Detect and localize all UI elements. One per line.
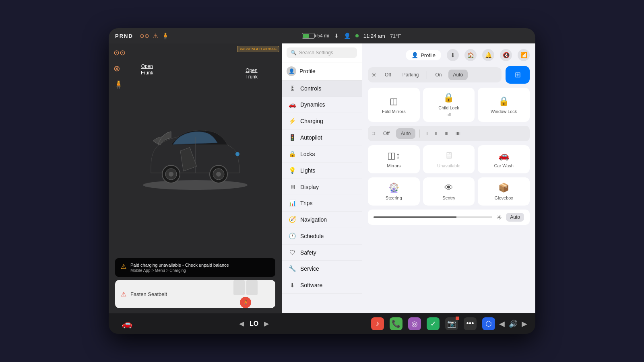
menu-item-lights[interactable]: 💡 Lights (282, 162, 362, 179)
safety-label: Safety (300, 249, 316, 256)
brightness-slider[interactable] (374, 216, 492, 218)
child-lock-tile[interactable]: 🔒 Child Lock off (423, 88, 475, 122)
brightness-icon: ☀ (496, 214, 502, 221)
bluetooth-app-btn[interactable]: ⬡ (482, 317, 495, 330)
seatbelt-label: Fasten Seatbelt (130, 291, 217, 297)
wiper-speed-1[interactable]: I (424, 130, 430, 138)
open-frunk-label[interactable]: OpenFrunk (141, 64, 153, 76)
glovebox-icon: 📦 (498, 183, 509, 193)
lights-selector: ☀ Off Parking On Auto (368, 67, 502, 82)
vol-icon-btn[interactable]: 🔊 (509, 319, 518, 328)
menu-item-controls[interactable]: 🎛 Controls (282, 80, 362, 97)
feature-grid-3: 🎡 Steering 👁 Sentry 📦 Glovebox (368, 177, 530, 206)
unavailable-label: Unavailable (437, 163, 460, 168)
taskbar-car-btn[interactable]: 🚗 (117, 319, 137, 329)
camera-app-btn[interactable]: 📷 (445, 317, 458, 330)
sentry-label: Sentry (442, 195, 455, 200)
software-icon: ⬇ (288, 282, 296, 289)
profile-avatar-icon: 👤 (287, 66, 296, 76)
vol-next-btn[interactable]: ▶ (522, 319, 527, 328)
wiper-speed-3[interactable]: III (442, 130, 451, 138)
child-lock-sublabel: off (447, 113, 451, 117)
phone-icon: 📞 (392, 319, 400, 328)
profile-pill[interactable]: 👤 Profile (406, 50, 441, 60)
menu-item-charging[interactable]: ⚡ Charging (282, 113, 362, 130)
wiper-off-btn[interactable]: Off (379, 128, 394, 139)
mirrors-tile[interactable]: ◫↕ Mirrors (368, 145, 420, 173)
signal-header-btn[interactable]: 📶 (518, 49, 530, 61)
menu-item-dynamics[interactable]: 🚗 Dynamics (282, 97, 362, 113)
download-header-btn[interactable]: ⬇ (447, 49, 459, 61)
navigation-icon: 🧭 (288, 216, 296, 223)
brightness-auto-btn[interactable]: Auto (506, 213, 524, 222)
wiper-speed-2[interactable]: II (433, 130, 440, 138)
child-lock-label: Child Lock (438, 105, 459, 110)
bell-header-btn[interactable]: 🔔 (482, 49, 494, 61)
home-header-btn[interactable]: 🏠 (464, 49, 477, 61)
media-prev-btn[interactable]: ◀ (239, 320, 244, 327)
menu-item-autopilot[interactable]: 🚦 Autopilot (282, 130, 362, 146)
menu-item-service[interactable]: 🔧 Service (282, 261, 362, 277)
media-label: LO (250, 320, 258, 327)
display-label: Display (300, 184, 319, 190)
menu-item-navigation[interactable]: 🧭 Navigation (282, 212, 362, 228)
dots-app-btn[interactable]: ••• (464, 317, 477, 330)
wiper-icon: ⌗ (372, 130, 375, 137)
car-wash-tile[interactable]: 🚗 Car Wash (478, 145, 530, 173)
wifi-dot (355, 34, 359, 37)
menu-item-display[interactable]: 🖥 Display (282, 179, 362, 195)
software-label: Software (300, 282, 322, 288)
highbeam-tile[interactable]: ⊞ (506, 66, 530, 84)
phone-app-btn[interactable]: 📞 (390, 317, 402, 330)
profile-pill-label: Profile (421, 52, 436, 58)
locks-label: Locks (300, 151, 315, 157)
lights-on-btn[interactable]: On (430, 70, 446, 80)
wiper-auto-btn[interactable]: Auto (396, 128, 416, 139)
profile-bar[interactable]: 👤 Profile (282, 62, 362, 80)
music-app-btn[interactable]: ♪ (371, 317, 384, 330)
open-trunk-label[interactable]: OpenTrunk (246, 68, 258, 80)
window-lock-icon: 🔒 (498, 96, 509, 107)
nav-app-icon: ◎ (411, 319, 418, 328)
seat-diagram: 🧍 (221, 284, 270, 304)
window-lock-tile[interactable]: 🔒 Window Lock (478, 88, 530, 122)
battery-bar (302, 33, 315, 39)
seatbelt-bar: ⚠ Fasten Seatbelt 🧍 (115, 280, 275, 308)
unavailable-tile[interactable]: 🖥 Unavailable (423, 145, 475, 173)
right-panel-header: 👤 Profile ⬇ 🏠 🔔 🔇 📶 (368, 49, 530, 61)
autopilot-icon: 🚦 (288, 134, 296, 141)
menu-item-trips[interactable]: 📊 Trips (282, 195, 362, 212)
steering-tile[interactable]: 🎡 Steering (368, 177, 420, 206)
download-icon: ⬇ (334, 33, 339, 39)
lights-parking-btn[interactable]: Parking (398, 70, 424, 80)
lights-off-btn[interactable]: Off (380, 70, 396, 80)
nav-app-btn[interactable]: ◎ (408, 317, 421, 330)
wiper-speed-4[interactable]: IIII (453, 130, 463, 138)
main-content: ⊙⊙ ⊗ 🧍 OpenFrunk OpenTrunk (109, 43, 535, 313)
glovebox-tile[interactable]: 📦 Glovebox (478, 177, 530, 206)
charging-icon: ⚡ (288, 117, 296, 125)
wiper-row: ⌗ Off Auto I II III IIII (368, 126, 530, 141)
search-input[interactable]: 🔍 Search Settings (287, 47, 357, 58)
fold-mirrors-tile[interactable]: ◫ Fold Mirrors (368, 88, 420, 122)
menu-item-safety[interactable]: 🛡 Safety (282, 245, 362, 261)
svg-point-0 (143, 180, 248, 190)
menu-item-software[interactable]: ⬇ Software (282, 277, 362, 294)
menu-item-locks[interactable]: 🔒 Locks (282, 146, 362, 162)
lights-auto-btn[interactable]: Auto (448, 70, 468, 80)
safety-icon: 🛡 (288, 249, 296, 256)
user-icon: 👤 (344, 33, 351, 39)
window-lock-label: Window Lock (491, 109, 517, 114)
profile-pill-icon: 👤 (411, 52, 418, 58)
check-app-btn[interactable]: ✓ (427, 317, 440, 330)
status-icons-left: ⊙⊙ ⚠ 🧍 (140, 32, 169, 40)
check-icon: ✓ (430, 319, 436, 328)
sentry-tile[interactable]: 👁 Sentry (423, 177, 475, 206)
car-illustration (131, 111, 260, 191)
child-lock-icon: 🔒 (443, 93, 454, 103)
menu-item-schedule[interactable]: 🕐 Schedule (282, 228, 362, 245)
vol-prev-btn[interactable]: ◀ (499, 319, 505, 328)
mute-header-btn[interactable]: 🔇 (500, 49, 512, 61)
media-next-btn[interactable]: ▶ (264, 320, 269, 327)
status-bar: PRND ⊙⊙ ⚠ 🧍 54 mi ⬇ 👤 11:24 am 71°F (109, 28, 535, 43)
